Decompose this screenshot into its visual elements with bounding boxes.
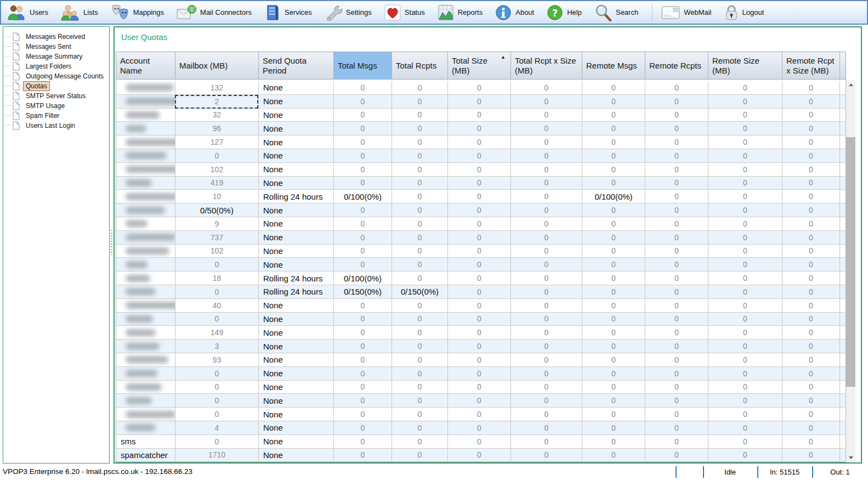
remote-rcpts-cell[interactable]: 0: [645, 190, 708, 204]
account-cell[interactable]: [116, 245, 175, 258]
total-rcpt-x-size-cell[interactable]: 0: [510, 217, 582, 231]
total-rcpts-cell[interactable]: 0: [392, 95, 447, 109]
toolbar-button-status[interactable]: Status: [384, 4, 425, 21]
column-header-account[interactable]: Account Name: [116, 52, 175, 79]
sidebar-item-largest-folders[interactable]: Largest Folders: [3, 61, 109, 71]
total-rcpt-x-size-cell[interactable]: 0: [510, 272, 582, 285]
account-cell[interactable]: [116, 204, 175, 217]
remote-msgs-cell[interactable]: 0: [582, 109, 645, 122]
total-rcpts-cell[interactable]: 0: [392, 245, 447, 258]
total-msgs-cell[interactable]: 0: [333, 435, 392, 449]
mailbox-cell[interactable]: 3: [175, 340, 258, 353]
total-size-cell[interactable]: 0: [447, 217, 510, 231]
mailbox-cell[interactable]: 93: [175, 353, 258, 367]
remote-rcpt-x-size-cell[interactable]: 0: [782, 149, 839, 163]
account-cell[interactable]: [116, 326, 175, 340]
total-size-cell[interactable]: 0: [447, 285, 510, 299]
remote-rcpt-x-size-cell[interactable]: 0: [782, 299, 839, 313]
total-msgs-cell[interactable]: 0: [333, 367, 392, 381]
remote-rcpts-cell[interactable]: 0: [645, 340, 708, 353]
total-size-cell[interactable]: 0: [447, 394, 510, 408]
account-cell[interactable]: [116, 109, 175, 122]
account-cell[interactable]: [116, 217, 175, 231]
total-rcpts-cell[interactable]: 0: [392, 177, 447, 190]
send-quota-period-cell[interactable]: None: [258, 135, 333, 149]
remote-rcpt-x-size-cell[interactable]: 0: [782, 109, 839, 122]
send-quota-period-cell[interactable]: None: [258, 245, 333, 258]
remote-msgs-cell[interactable]: 0: [582, 367, 645, 381]
total-rcpt-x-size-cell[interactable]: 0: [510, 177, 582, 190]
total-rcpt-x-size-cell[interactable]: 0: [510, 381, 582, 394]
remote-size-cell[interactable]: 0: [708, 340, 782, 353]
scrollbar-up-button[interactable]: [846, 80, 855, 89]
column-header-remote-msgs[interactable]: Remote Msgs: [582, 52, 645, 79]
remote-msgs-cell[interactable]: 0: [582, 272, 645, 285]
total-rcpts-cell[interactable]: 0: [392, 190, 447, 204]
remote-size-cell[interactable]: 0: [708, 272, 782, 285]
total-rcpt-x-size-cell[interactable]: 0: [510, 299, 582, 313]
remote-size-cell[interactable]: 0: [708, 135, 782, 149]
account-cell[interactable]: [116, 81, 175, 95]
account-cell[interactable]: [116, 177, 175, 190]
remote-msgs-cell[interactable]: 0: [582, 381, 645, 394]
total-msgs-cell[interactable]: 0: [333, 163, 392, 177]
sidebar-item-quotas[interactable]: Quotas: [3, 81, 109, 91]
column-header-total-rcpt-x-size[interactable]: Total Rcpt x Size (MB): [510, 52, 582, 79]
remote-msgs-cell[interactable]: 0: [582, 408, 645, 421]
remote-msgs-cell[interactable]: 0: [582, 231, 645, 245]
total-msgs-cell[interactable]: 0: [333, 449, 392, 462]
total-rcpts-cell[interactable]: 0: [392, 313, 447, 326]
total-size-cell[interactable]: 0: [447, 367, 510, 381]
remote-rcpts-cell[interactable]: 0: [645, 367, 708, 381]
remote-rcpts-cell[interactable]: 0: [645, 381, 708, 394]
account-cell[interactable]: [116, 135, 175, 149]
total-size-cell[interactable]: 0: [447, 408, 510, 421]
account-cell[interactable]: [116, 258, 175, 272]
remote-rcpts-cell[interactable]: 0: [645, 435, 708, 449]
remote-rcpt-x-size-cell[interactable]: 0: [782, 353, 839, 367]
remote-rcpts-cell[interactable]: 0: [645, 135, 708, 149]
total-rcpt-x-size-cell[interactable]: 0: [510, 313, 582, 326]
total-size-cell[interactable]: 0: [447, 149, 510, 163]
toolbar-button-logout[interactable]: Logout: [724, 4, 764, 21]
remote-msgs-cell[interactable]: 0: [582, 217, 645, 231]
total-size-cell[interactable]: 0: [447, 245, 510, 258]
mailbox-cell[interactable]: 0: [175, 408, 258, 421]
account-cell[interactable]: [116, 231, 175, 245]
total-msgs-cell[interactable]: 0: [333, 217, 392, 231]
total-rcpt-x-size-cell[interactable]: 0: [510, 190, 582, 204]
remote-rcpts-cell[interactable]: 0: [645, 299, 708, 313]
total-rcpt-x-size-cell[interactable]: 0: [510, 394, 582, 408]
remote-rcpt-x-size-cell[interactable]: 0: [782, 204, 839, 217]
remote-msgs-cell[interactable]: 0: [582, 394, 645, 408]
panel-splitter-handle[interactable]: [111, 230, 113, 255]
total-msgs-cell[interactable]: 0/100(0%): [333, 272, 392, 285]
account-cell[interactable]: [116, 163, 175, 177]
remote-rcpt-x-size-cell[interactable]: 0: [782, 367, 839, 381]
account-cell[interactable]: [116, 95, 175, 109]
sidebar-item-outgoing-message-counts[interactable]: Outgoing Message Counts: [3, 71, 109, 81]
total-size-cell[interactable]: 0: [447, 449, 510, 462]
sidebar-item-messages-sent[interactable]: Messages Sent: [3, 42, 109, 52]
remote-rcpts-cell[interactable]: 0: [645, 245, 708, 258]
total-rcpt-x-size-cell[interactable]: 0: [510, 109, 582, 122]
total-msgs-cell[interactable]: 0: [333, 258, 392, 272]
total-msgs-cell[interactable]: 0: [333, 421, 392, 435]
toolbar-button-search[interactable]: Search: [594, 4, 638, 21]
total-rcpt-x-size-cell[interactable]: 0: [510, 204, 582, 217]
send-quota-period-cell[interactable]: None: [258, 258, 333, 272]
send-quota-period-cell[interactable]: None: [258, 381, 333, 394]
total-msgs-cell[interactable]: 0: [333, 326, 392, 340]
remote-rcpt-x-size-cell[interactable]: 0: [782, 326, 839, 340]
toolbar-button-settings[interactable]: Settings: [325, 4, 372, 21]
remote-rcpts-cell[interactable]: 0: [645, 449, 708, 462]
send-quota-period-cell[interactable]: None: [258, 435, 333, 449]
send-quota-period-cell[interactable]: Rolling 24 hours: [258, 285, 333, 299]
mailbox-cell[interactable]: 419: [175, 177, 258, 190]
mailbox-cell[interactable]: 9: [175, 217, 258, 231]
remote-msgs-cell[interactable]: 0: [582, 326, 645, 340]
total-size-cell[interactable]: 0: [447, 95, 510, 109]
remote-rcpts-cell[interactable]: 0: [645, 109, 708, 122]
mailbox-cell[interactable]: 0/50(0%): [175, 204, 258, 217]
remote-rcpts-cell[interactable]: 0: [645, 122, 708, 135]
